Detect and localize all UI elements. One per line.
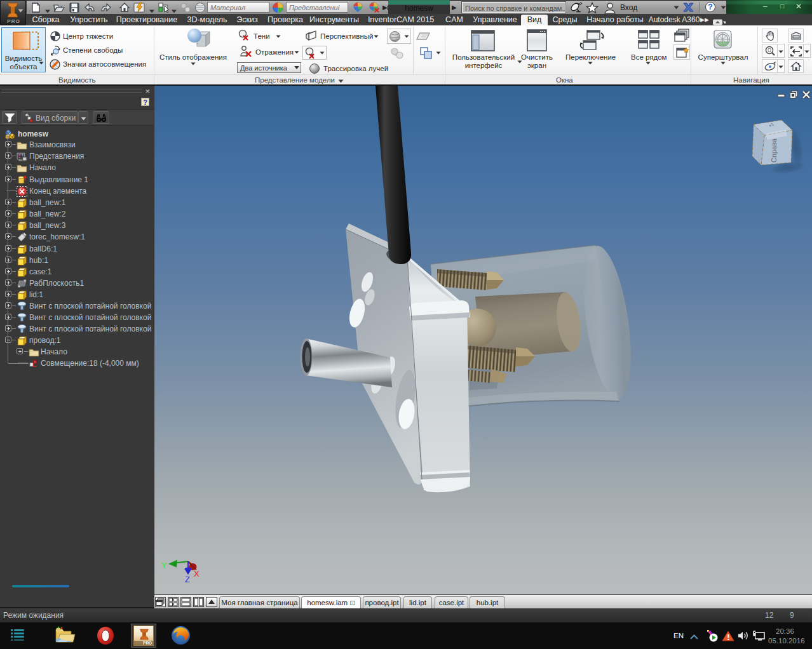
svg-text:Y: Y <box>161 561 167 570</box>
svg-text:X: X <box>194 569 200 579</box>
svg-text:Справа: Справа <box>770 138 778 163</box>
svg-text:Z: Z <box>185 575 190 584</box>
